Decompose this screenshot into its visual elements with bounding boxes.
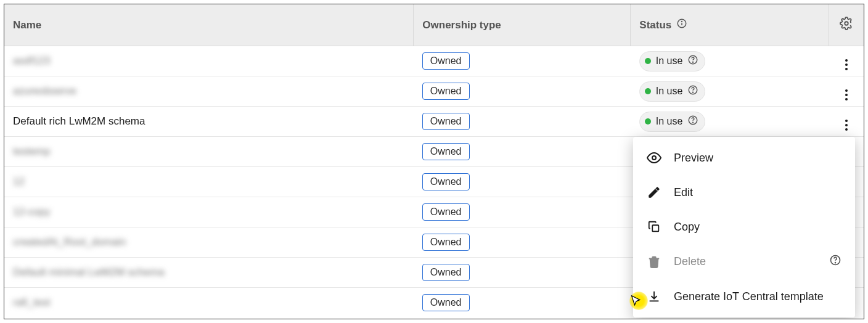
table-header-row: Name Ownership type Status xyxy=(4,4,864,46)
status-badge: In use xyxy=(639,112,706,132)
cell-ownership: Owned xyxy=(414,227,631,258)
kebab-icon xyxy=(845,120,848,131)
cell-name: testemp xyxy=(4,137,414,167)
cell-name: azureobserve xyxy=(4,76,414,107)
menu-item-label: Delete xyxy=(674,255,706,268)
cell-ownership: Owned xyxy=(414,107,631,137)
download-icon xyxy=(647,289,661,304)
cell-name: Default minimal LwM2M schema xyxy=(4,258,414,288)
table-row[interactable]: asdf123OwnedIn use xyxy=(4,46,864,76)
status-dot xyxy=(645,58,651,64)
menu-item-edit[interactable]: Edit xyxy=(633,175,855,210)
cell-ownership: Owned xyxy=(414,76,631,107)
row-name-text: azureobserve xyxy=(13,85,76,97)
kebab-icon xyxy=(845,59,848,70)
kebab-icon xyxy=(845,89,848,100)
menu-item-delete: Delete xyxy=(633,244,855,279)
row-actions-button[interactable] xyxy=(829,46,864,76)
cell-ownership: Owned xyxy=(414,197,631,227)
ownership-badge: Owned xyxy=(422,173,470,190)
pencil-icon xyxy=(647,185,661,200)
cell-status: In use xyxy=(631,76,829,107)
column-header-ownership-label: Ownership type xyxy=(422,19,501,31)
ownership-badge: Owned xyxy=(422,294,470,311)
ownership-badge: Owned xyxy=(422,143,470,160)
menu-item-label: Copy xyxy=(674,221,700,234)
row-name-text: Default minimal LwM2M schema xyxy=(13,266,165,278)
menu-item-label: Preview xyxy=(674,152,713,165)
status-text: In use xyxy=(656,55,683,67)
row-name-text: testemp xyxy=(13,145,50,157)
svg-point-3 xyxy=(845,22,848,25)
ownership-badge: Owned xyxy=(422,83,470,100)
schema-table-panel: Name Ownership type Status xyxy=(4,4,864,319)
cell-status: In use xyxy=(631,107,829,137)
ownership-badge: Owned xyxy=(422,113,470,130)
svg-point-5 xyxy=(693,62,694,62)
column-header-name-label: Name xyxy=(13,19,41,31)
column-header-status-label: Status xyxy=(639,19,671,31)
ownership-badge: Owned xyxy=(422,52,470,70)
status-badge: In use xyxy=(639,81,706,102)
column-header-name[interactable]: Name xyxy=(4,4,414,46)
svg-point-10 xyxy=(652,156,656,160)
menu-item-preview[interactable]: Preview xyxy=(633,141,855,175)
table-row[interactable]: azureobserveOwnedIn use xyxy=(4,76,864,107)
status-text: In use xyxy=(656,116,683,127)
cell-ownership: Owned xyxy=(414,137,631,167)
status-dot xyxy=(645,118,651,125)
row-name-text: 12-copy xyxy=(13,206,50,218)
cell-ownership: Owned xyxy=(414,167,631,197)
table-row[interactable]: Default rich LwM2M schemaOwnedIn use xyxy=(4,107,864,137)
menu-item-label: Edit xyxy=(674,186,693,199)
cell-ownership: Owned xyxy=(414,46,631,76)
cell-ownership: Owned xyxy=(414,258,631,288)
row-name-text: createdAt_Root_domain xyxy=(13,236,126,248)
menu-item-label: Generate IoT Central template xyxy=(674,290,824,303)
row-actions-button[interactable] xyxy=(829,76,864,107)
help-icon[interactable] xyxy=(829,254,841,269)
copy-icon xyxy=(647,219,661,234)
column-header-ownership[interactable]: Ownership type xyxy=(414,4,631,46)
cell-status: In use xyxy=(631,46,829,76)
menu-item-generate[interactable]: Generate IoT Central template xyxy=(633,279,855,314)
cell-name: 12 xyxy=(4,167,414,197)
svg-point-9 xyxy=(693,122,694,123)
row-context-menu: Preview Edit Copy xyxy=(633,137,855,317)
ownership-badge: Owned xyxy=(422,203,470,221)
row-name-text: Default rich LwM2M schema xyxy=(13,115,145,127)
help-icon[interactable] xyxy=(687,115,698,129)
info-icon[interactable] xyxy=(676,18,687,32)
table-settings-button[interactable] xyxy=(829,4,864,46)
svg-point-2 xyxy=(682,22,682,22)
cell-name: 12-copy xyxy=(4,197,414,227)
row-actions-button[interactable] xyxy=(829,107,864,137)
svg-rect-11 xyxy=(652,225,658,231)
cell-name: Default rich LwM2M schema xyxy=(4,107,414,137)
row-name-text: rafi_test xyxy=(13,296,50,308)
eye-icon xyxy=(647,150,661,165)
ownership-badge: Owned xyxy=(422,234,470,251)
row-name-text: asdf123 xyxy=(13,55,51,67)
cell-name: rafi_test xyxy=(4,288,414,318)
trash-icon xyxy=(647,255,661,269)
help-icon[interactable] xyxy=(687,84,698,99)
cell-ownership: Owned xyxy=(414,288,631,318)
cell-name: asdf123 xyxy=(4,46,414,76)
help-icon[interactable] xyxy=(687,54,698,68)
menu-item-copy[interactable]: Copy xyxy=(633,210,855,244)
column-header-status[interactable]: Status xyxy=(631,4,829,46)
status-text: In use xyxy=(656,86,683,97)
status-dot xyxy=(645,88,651,94)
row-name-text: 12 xyxy=(13,176,25,187)
status-badge: In use xyxy=(639,51,706,72)
svg-point-13 xyxy=(835,263,836,263)
ownership-badge: Owned xyxy=(422,264,470,281)
svg-point-7 xyxy=(693,92,694,92)
cell-name: createdAt_Root_domain xyxy=(4,227,414,258)
